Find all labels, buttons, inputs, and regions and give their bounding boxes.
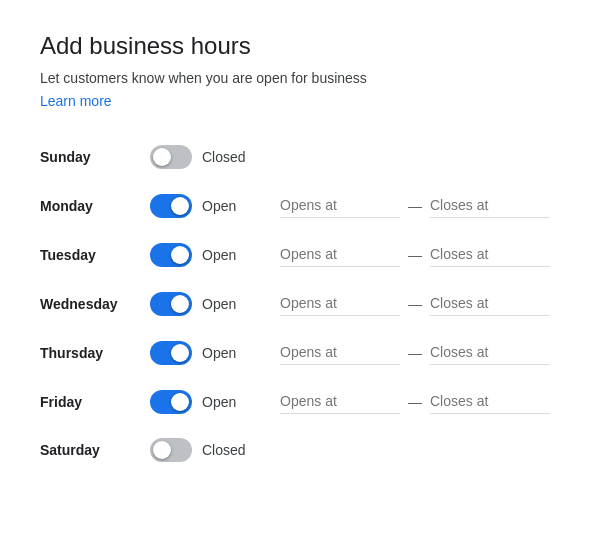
toggle-thursday[interactable]: [150, 341, 192, 365]
day-row-friday: FridayOpen—: [40, 377, 567, 426]
day-label-monday: Monday: [40, 198, 150, 214]
closes-input-thursday[interactable]: [430, 340, 550, 365]
toggle-container-friday: Open: [150, 390, 280, 414]
hours-table: SundayClosedMondayOpen—TuesdayOpen—Wedne…: [40, 133, 567, 474]
day-row-wednesday: WednesdayOpen—: [40, 279, 567, 328]
time-separator-wednesday: —: [408, 296, 422, 312]
page-subtitle: Let customers know when you are open for…: [40, 70, 567, 86]
toggle-sunday[interactable]: [150, 145, 192, 169]
toggle-container-saturday: Closed: [150, 438, 280, 462]
day-label-friday: Friday: [40, 394, 150, 410]
toggle-container-tuesday: Open: [150, 243, 280, 267]
day-label-thursday: Thursday: [40, 345, 150, 361]
toggle-container-wednesday: Open: [150, 292, 280, 316]
time-separator-thursday: —: [408, 345, 422, 361]
day-row-sunday: SundayClosed: [40, 133, 567, 181]
status-label-wednesday: Open: [202, 296, 252, 312]
day-row-monday: MondayOpen—: [40, 181, 567, 230]
closes-input-monday[interactable]: [430, 193, 550, 218]
toggle-friday[interactable]: [150, 390, 192, 414]
page-title: Add business hours: [40, 32, 567, 60]
opens-input-wednesday[interactable]: [280, 291, 400, 316]
toggle-wednesday[interactable]: [150, 292, 192, 316]
status-label-monday: Open: [202, 198, 252, 214]
time-separator-monday: —: [408, 198, 422, 214]
time-fields-friday: —: [280, 389, 567, 414]
closes-input-tuesday[interactable]: [430, 242, 550, 267]
toggle-tuesday[interactable]: [150, 243, 192, 267]
toggle-monday[interactable]: [150, 194, 192, 218]
status-label-thursday: Open: [202, 345, 252, 361]
learn-more-link[interactable]: Learn more: [40, 93, 112, 109]
day-label-sunday: Sunday: [40, 149, 150, 165]
opens-input-thursday[interactable]: [280, 340, 400, 365]
day-label-tuesday: Tuesday: [40, 247, 150, 263]
time-separator-friday: —: [408, 394, 422, 410]
toggle-container-thursday: Open: [150, 341, 280, 365]
time-separator-tuesday: —: [408, 247, 422, 263]
status-label-saturday: Closed: [202, 442, 252, 458]
opens-input-tuesday[interactable]: [280, 242, 400, 267]
time-fields-monday: —: [280, 193, 567, 218]
closes-input-friday[interactable]: [430, 389, 550, 414]
closes-input-wednesday[interactable]: [430, 291, 550, 316]
time-fields-tuesday: —: [280, 242, 567, 267]
status-label-friday: Open: [202, 394, 252, 410]
day-row-thursday: ThursdayOpen—: [40, 328, 567, 377]
toggle-container-monday: Open: [150, 194, 280, 218]
status-label-sunday: Closed: [202, 149, 252, 165]
day-row-tuesday: TuesdayOpen—: [40, 230, 567, 279]
toggle-container-sunday: Closed: [150, 145, 280, 169]
day-row-saturday: SaturdayClosed: [40, 426, 567, 474]
opens-input-friday[interactable]: [280, 389, 400, 414]
status-label-tuesday: Open: [202, 247, 252, 263]
day-label-saturday: Saturday: [40, 442, 150, 458]
opens-input-monday[interactable]: [280, 193, 400, 218]
day-label-wednesday: Wednesday: [40, 296, 150, 312]
time-fields-wednesday: —: [280, 291, 567, 316]
time-fields-thursday: —: [280, 340, 567, 365]
toggle-saturday[interactable]: [150, 438, 192, 462]
